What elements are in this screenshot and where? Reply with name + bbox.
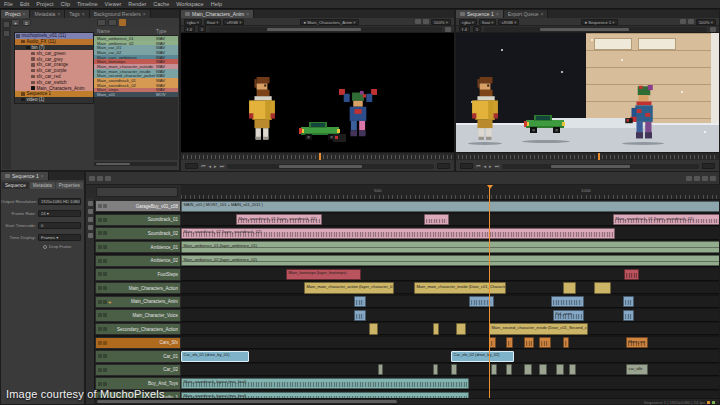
lut-select[interactable]: sRGB ▾ [223,19,244,25]
clip[interactable] [563,337,569,348]
razor-tool-icon[interactable] [88,233,93,238]
hamburger-menu-icon[interactable] [89,176,95,181]
track-lock-icon[interactable] [103,204,107,208]
track-enable-button[interactable] [98,259,102,263]
source-clip-select[interactable]: ● Main_Characters_Anim ▾ [300,19,358,25]
track-header-car_02[interactable]: Car_02 [95,364,181,376]
menu-project[interactable]: Project [36,1,53,7]
gain-control[interactable]: f 4 [184,26,195,32]
track-lock-icon[interactable] [103,218,107,222]
track-enable-button[interactable] [98,204,102,208]
track-header-soundtrack_02[interactable]: Soundtrack_02 [95,227,181,239]
track-header-secondary_characters_action[interactable]: Secondary_Characters_Action [95,323,181,335]
menu-edit[interactable]: Edit [20,1,29,7]
timeline-ruler[interactable]: 5001000 [181,185,720,200]
subtab-properties[interactable]: Properties [56,182,83,189]
clip-main_ambience_01[interactable]: Main_ambience_01 (layer_ambience_01) [181,241,719,252]
tab-sequence-viewer[interactable]: Sequence 1 × [456,10,504,18]
viewer-scrollbar[interactable] [502,164,699,169]
clip[interactable] [524,337,534,348]
track-lock-icon[interactable] [103,327,107,331]
track-lane-ambience_02[interactable]: Main_ambience_02 (layer_ambience_02) [181,255,719,267]
skip-back-button[interactable]: ⏮ [201,163,206,169]
track-enable-button[interactable] [98,286,102,290]
audio-monitor-icon[interactable] [694,176,700,181]
track-enable-button[interactable] [98,218,102,222]
track-lock-icon[interactable] [103,286,107,290]
clip-main_second_character_inside[interactable]: Main_second_character_inside (Door_c01_S… [489,323,588,334]
guides-icon[interactable] [680,19,686,24]
menu-clip[interactable]: Clip [60,1,69,7]
clip[interactable] [539,337,551,348]
clip[interactable] [506,337,513,348]
menu-viewer[interactable]: Viewer [105,1,122,7]
track-lock-icon[interactable] [103,341,107,345]
multi-tool-icon[interactable] [88,201,93,206]
clip[interactable] [556,364,564,375]
clip[interactable] [354,310,366,321]
track-header-footsteps[interactable]: FootSteps [95,268,181,280]
clip[interactable] [551,296,584,307]
gamma-control[interactable]: 1 [198,26,206,32]
track-header-garageboy_v01_c08[interactable]: GarageBoy_v01_c08 [95,200,181,212]
track-lock-icon[interactable] [103,313,107,317]
video-monitor-icon[interactable] [686,176,692,181]
filter-icon[interactable] [119,19,126,26]
track-lane-soundtrack_02[interactable]: Main_soundtrack_02 (layer_soundtrack_02) [181,227,719,239]
track-lane-car_02[interactable]: car_idle [181,364,719,376]
thumb-view-button[interactable] [108,19,117,26]
track-header-main_character_voice[interactable]: Main_Character_Voice [95,309,181,321]
mask-icon[interactable] [423,19,429,24]
track-lock-icon[interactable] [103,245,107,249]
clip-kid_anim[interactable]: Kid_anim [553,310,584,321]
viewer-timeline-scrub[interactable] [181,152,454,160]
mute-icon[interactable] [702,176,708,181]
clip[interactable] [369,323,378,334]
track-lane-audio_1[interactable]: Main_soundtrack_layout (mix_final) [181,391,719,398]
play-button[interactable]: ▸ [214,163,217,169]
sequence-viewport[interactable] [456,33,719,152]
tab-clip-viewer[interactable]: Main_Characters_Anim × [181,10,254,18]
slip-tool-icon[interactable] [88,217,93,222]
viewer-scrollbar[interactable] [227,164,434,169]
depth-select[interactable]: float ▾ [204,19,222,25]
close-icon[interactable]: × [540,11,543,17]
track-lane-boy_and_toys[interactable]: Main_soundtrack_layout (mix_final) [181,377,719,389]
clip-main_soundtrack_02[interactable]: Main_soundtrack_02 (layer_soundtrack_02) [181,228,615,239]
track-lane-secondary_characters_action[interactable]: Main_second_character_inside (Door_c01_S… [181,323,719,335]
close-icon[interactable]: × [496,11,499,17]
project-tab-tags[interactable]: Tags× [65,10,89,18]
track-header-cars_sfx[interactable]: Cars_Sfx [95,337,181,349]
exposure-slider[interactable] [484,27,707,32]
clip[interactable] [524,364,532,375]
track-lane-soundtrack_01[interactable]: Main_soundtrack_01 (layer_soundtrack_01)… [181,214,719,226]
media-scrollbar[interactable] [94,162,177,166]
play-button[interactable]: ▸ [489,163,492,169]
snap-icon[interactable] [97,176,103,181]
zoom-select[interactable]: 100% ▾ [696,19,716,25]
menu-help[interactable]: Help [211,1,222,7]
clip[interactable] [539,364,547,375]
track-enable-button[interactable] [98,341,102,345]
track-lane-main_character_voice[interactable]: Kid_anim [181,309,719,321]
clip-viewport[interactable] [181,33,454,152]
channels-select[interactable]: rgba ▾ [184,19,202,25]
clip[interactable] [563,282,576,293]
bookmark-icon[interactable] [3,21,10,28]
track-header-main_characters_anim[interactable]: +Main_Characters_Anim [95,296,181,308]
out-point-field[interactable] [702,163,715,169]
track-enable-button[interactable] [98,272,102,276]
track-lane-footsteps[interactable]: Main_footsteps (layer_footsteps) [181,268,719,280]
close-icon[interactable]: × [41,173,44,179]
clip-main_soundtrack_01[interactable]: Main_soundtrack_01 (layer_soundtrack_01) [613,214,719,225]
move-tool-icon[interactable] [88,209,93,214]
track-lock-icon[interactable] [103,259,107,263]
clip[interactable] [623,296,634,307]
clip-main_soundtrack_01[interactable]: Main_soundtrack_01 (layer_soundtrack_01) [236,214,322,225]
track-header-soundtrack_01[interactable]: Soundtrack_01 [95,214,181,226]
source-sequence-select[interactable]: ● Sequence 1 ▾ [581,19,617,25]
in-point-field[interactable] [460,163,473,169]
track-lock-icon[interactable] [103,354,107,358]
out-point-field[interactable] [437,163,450,169]
track-lock-icon[interactable] [103,382,107,386]
